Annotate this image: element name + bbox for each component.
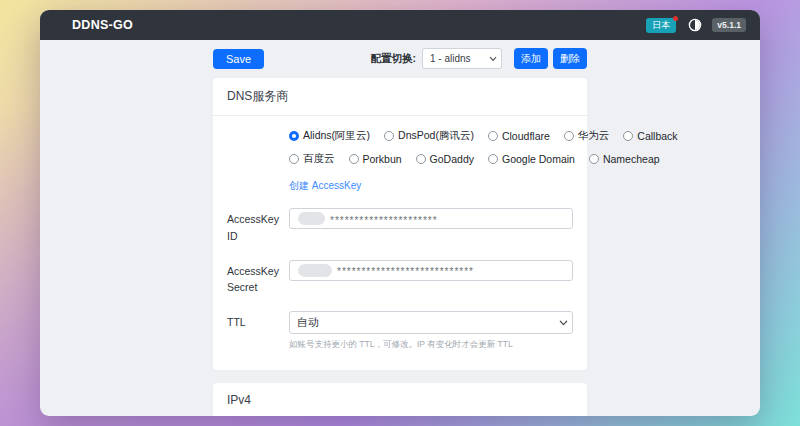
config-select-value: 1 - alidns: [430, 53, 471, 64]
radio-icon: [289, 154, 299, 164]
radio-label: 百度云: [303, 152, 335, 166]
ttl-select[interactable]: 自动: [289, 311, 573, 334]
config-select[interactable]: 1 - alidns: [422, 48, 502, 69]
radio-label: GoDaddy: [430, 153, 474, 165]
radio-provider-alidns[interactable]: Alidns(阿里云): [289, 129, 370, 143]
contrast-icon: [688, 18, 702, 32]
radio-label: 华为云: [578, 129, 610, 143]
save-button[interactable]: Save: [213, 49, 264, 69]
radio-provider-callback[interactable]: Callback: [623, 130, 677, 142]
app-title: DDNS-GO: [72, 18, 133, 32]
radio-icon: [349, 154, 359, 164]
config-switch-label: 配置切换:: [371, 52, 417, 66]
dns-card-title: DNS服务商: [213, 78, 587, 116]
accesskey-secret-value: ****************************: [337, 263, 474, 277]
app-window: DDNS-GO 日本 v5.1.1 Save 配置切换: 1 - alidns: [40, 10, 760, 416]
radio-icon: [416, 154, 426, 164]
add-config-button[interactable]: 添加: [514, 48, 548, 69]
radio-icon: [488, 131, 498, 141]
radio-provider-baidu[interactable]: 百度云: [289, 152, 335, 166]
ipv4-card: IPv4 是否启用 ✓ 获取 IP 方式: [213, 383, 587, 416]
masked-prefix: [298, 212, 325, 225]
theme-toggle-button[interactable]: [688, 18, 702, 32]
radio-checked-icon: [289, 131, 299, 141]
radio-icon: [589, 154, 599, 164]
radio-provider-dnspod[interactable]: DnsPod(腾讯云): [384, 129, 474, 143]
ttl-help-text: 如账号支持更小的 TTL，可修改。IP 有变化时才会更新 TTL: [289, 339, 573, 351]
chevron-down-icon: [559, 318, 568, 327]
provider-radio-row-2: 百度云 Porkbun GoDaddy: [289, 152, 573, 166]
accesskey-secret-label: AccessKey Secret: [227, 260, 289, 297]
radio-label: Google Domain: [502, 153, 575, 165]
chevron-down-icon: [489, 55, 497, 63]
provider-label-spacer: [227, 129, 289, 193]
radio-icon: [384, 131, 394, 141]
radio-provider-google-domain[interactable]: Google Domain: [488, 153, 575, 165]
language-badge[interactable]: 日本: [646, 18, 676, 33]
masked-prefix: [298, 264, 332, 277]
radio-label: Alidns(阿里云): [303, 129, 370, 143]
radio-icon: [623, 131, 633, 141]
version-badge: v5.1.1: [712, 18, 746, 33]
radio-label: Namecheap: [603, 153, 660, 165]
language-badge-label: 日本: [652, 20, 670, 30]
delete-config-button[interactable]: 删除: [553, 48, 587, 69]
radio-label: Porkbun: [363, 153, 402, 165]
ttl-label: TTL: [227, 311, 289, 351]
dns-provider-card: DNS服务商 Alidns(阿里云): [213, 78, 587, 370]
accesskey-id-label: AccessKey ID: [227, 208, 289, 245]
radio-provider-porkbun[interactable]: Porkbun: [349, 153, 402, 165]
radio-label: DnsPod(腾讯云): [398, 129, 474, 143]
notification-dot-icon: [673, 16, 678, 21]
ttl-select-value: 自动: [297, 315, 319, 330]
radio-provider-huawei[interactable]: 华为云: [564, 129, 610, 143]
radio-provider-godaddy[interactable]: GoDaddy: [416, 153, 474, 165]
radio-icon: [564, 131, 574, 141]
create-accesskey-link[interactable]: 创建 AccessKey: [289, 180, 361, 191]
radio-label: Callback: [637, 130, 677, 142]
radio-provider-cloudflare[interactable]: Cloudflare: [488, 130, 550, 142]
accesskey-id-input[interactable]: **********************: [289, 208, 573, 229]
titlebar: DDNS-GO 日本 v5.1.1: [40, 10, 760, 40]
accesskey-id-value: **********************: [330, 212, 438, 226]
accesskey-secret-input[interactable]: ****************************: [289, 260, 573, 281]
main-content: Save 配置切换: 1 - alidns 添加 删除 DNS服务商: [40, 40, 760, 416]
ipv4-card-title: IPv4: [213, 383, 587, 416]
toolbar: Save 配置切换: 1 - alidns 添加 删除: [213, 48, 587, 69]
radio-label: Cloudflare: [502, 130, 550, 142]
radio-provider-namecheap[interactable]: Namecheap: [589, 153, 660, 165]
provider-radio-row-1: Alidns(阿里云) DnsPod(腾讯云) Cloudflare: [289, 129, 573, 143]
radio-icon: [488, 154, 498, 164]
